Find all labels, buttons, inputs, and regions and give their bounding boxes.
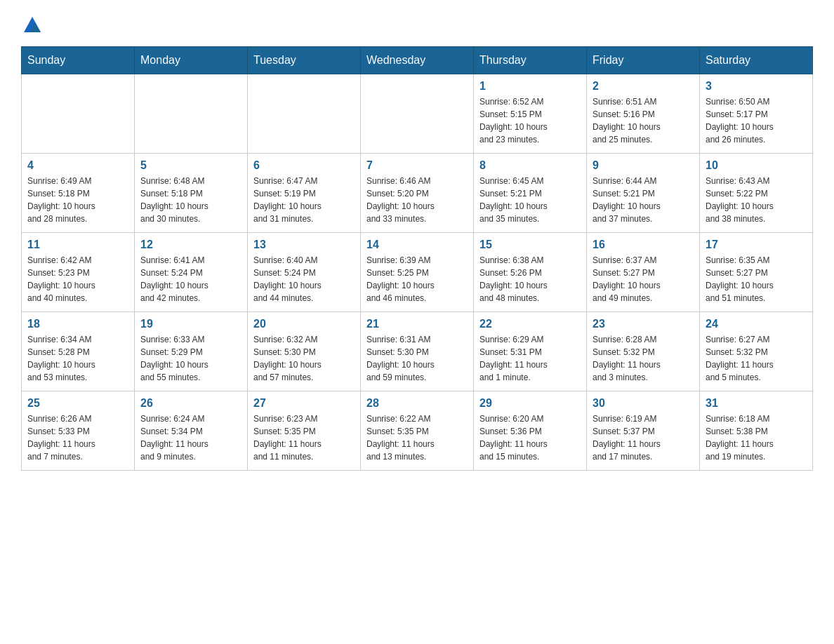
day-info: Sunrise: 6:47 AM Sunset: 5:19 PM Dayligh… (253, 175, 355, 225)
day-cell (248, 74, 361, 154)
day-cell: 4Sunrise: 6:49 AM Sunset: 5:18 PM Daylig… (22, 154, 135, 233)
day-number: 16 (593, 239, 694, 251)
day-info: Sunrise: 6:26 AM Sunset: 5:33 PM Dayligh… (27, 412, 128, 463)
day-info: Sunrise: 6:50 AM Sunset: 5:17 PM Dayligh… (706, 95, 807, 146)
day-cell: 22Sunrise: 6:29 AM Sunset: 5:31 PM Dayli… (474, 312, 587, 391)
day-info: Sunrise: 6:37 AM Sunset: 5:27 PM Dayligh… (593, 254, 694, 304)
day-cell: 3Sunrise: 6:50 AM Sunset: 5:17 PM Daylig… (700, 74, 813, 154)
day-cell: 14Sunrise: 6:39 AM Sunset: 5:25 PM Dayli… (361, 233, 474, 312)
day-info: Sunrise: 6:42 AM Sunset: 5:23 PM Dayligh… (27, 254, 128, 304)
weekday-header-wednesday: Wednesday (361, 47, 474, 74)
weekday-header-saturday: Saturday (700, 47, 813, 74)
day-number: 17 (706, 239, 807, 251)
day-cell: 16Sunrise: 6:37 AM Sunset: 5:27 PM Dayli… (587, 233, 700, 312)
day-cell: 13Sunrise: 6:40 AM Sunset: 5:24 PM Dayli… (248, 233, 361, 312)
day-info: Sunrise: 6:41 AM Sunset: 5:24 PM Dayligh… (140, 254, 241, 304)
day-info: Sunrise: 6:43 AM Sunset: 5:22 PM Dayligh… (706, 175, 807, 225)
day-info: Sunrise: 6:20 AM Sunset: 5:36 PM Dayligh… (479, 412, 581, 463)
day-cell: 30Sunrise: 6:19 AM Sunset: 5:37 PM Dayli… (587, 391, 700, 471)
day-info: Sunrise: 6:23 AM Sunset: 5:35 PM Dayligh… (253, 412, 355, 463)
day-number: 9 (593, 159, 694, 172)
day-cell: 2Sunrise: 6:51 AM Sunset: 5:16 PM Daylig… (587, 74, 700, 154)
weekday-header-monday: Monday (135, 47, 248, 74)
page-header (21, 14, 813, 34)
day-number: 22 (479, 318, 581, 330)
day-info: Sunrise: 6:45 AM Sunset: 5:21 PM Dayligh… (479, 175, 581, 225)
day-cell: 18Sunrise: 6:34 AM Sunset: 5:28 PM Dayli… (22, 312, 135, 391)
day-cell: 20Sunrise: 6:32 AM Sunset: 5:30 PM Dayli… (248, 312, 361, 391)
day-number: 8 (479, 159, 581, 172)
day-cell: 26Sunrise: 6:24 AM Sunset: 5:34 PM Dayli… (135, 391, 248, 471)
logo-icon (22, 14, 42, 34)
day-number: 11 (27, 239, 128, 251)
week-row-3: 11Sunrise: 6:42 AM Sunset: 5:23 PM Dayli… (22, 233, 813, 312)
day-cell: 5Sunrise: 6:48 AM Sunset: 5:18 PM Daylig… (135, 154, 248, 233)
day-cell: 27Sunrise: 6:23 AM Sunset: 5:35 PM Dayli… (248, 391, 361, 471)
day-cell: 31Sunrise: 6:18 AM Sunset: 5:38 PM Dayli… (700, 391, 813, 471)
day-info: Sunrise: 6:44 AM Sunset: 5:21 PM Dayligh… (593, 175, 694, 225)
day-cell: 9Sunrise: 6:44 AM Sunset: 5:21 PM Daylig… (587, 154, 700, 233)
day-info: Sunrise: 6:27 AM Sunset: 5:32 PM Dayligh… (706, 333, 807, 384)
day-number: 20 (253, 318, 355, 330)
day-info: Sunrise: 6:19 AM Sunset: 5:37 PM Dayligh… (593, 412, 694, 463)
day-info: Sunrise: 6:31 AM Sunset: 5:30 PM Dayligh… (366, 333, 468, 384)
day-cell: 10Sunrise: 6:43 AM Sunset: 5:22 PM Dayli… (700, 154, 813, 233)
day-number: 25 (27, 397, 128, 410)
day-number: 18 (27, 318, 128, 330)
day-info: Sunrise: 6:48 AM Sunset: 5:18 PM Dayligh… (140, 175, 241, 225)
day-info: Sunrise: 6:29 AM Sunset: 5:31 PM Dayligh… (479, 333, 581, 384)
day-info: Sunrise: 6:34 AM Sunset: 5:28 PM Dayligh… (27, 333, 128, 384)
day-info: Sunrise: 6:18 AM Sunset: 5:38 PM Dayligh… (706, 412, 807, 463)
day-info: Sunrise: 6:33 AM Sunset: 5:29 PM Dayligh… (140, 333, 241, 384)
day-cell: 11Sunrise: 6:42 AM Sunset: 5:23 PM Dayli… (22, 233, 135, 312)
weekday-header-thursday: Thursday (474, 47, 587, 74)
day-number: 3 (706, 80, 807, 93)
week-row-2: 4Sunrise: 6:49 AM Sunset: 5:18 PM Daylig… (22, 154, 813, 233)
day-number: 1 (479, 80, 581, 93)
day-number: 27 (253, 397, 355, 410)
weekday-header-tuesday: Tuesday (248, 47, 361, 74)
day-cell: 15Sunrise: 6:38 AM Sunset: 5:26 PM Dayli… (474, 233, 587, 312)
day-info: Sunrise: 6:40 AM Sunset: 5:24 PM Dayligh… (253, 254, 355, 304)
week-row-1: 1Sunrise: 6:52 AM Sunset: 5:15 PM Daylig… (22, 74, 813, 154)
day-cell: 28Sunrise: 6:22 AM Sunset: 5:35 PM Dayli… (361, 391, 474, 471)
day-cell: 23Sunrise: 6:28 AM Sunset: 5:32 PM Dayli… (587, 312, 700, 391)
day-number: 14 (366, 239, 468, 251)
day-number: 31 (706, 397, 807, 410)
day-info: Sunrise: 6:32 AM Sunset: 5:30 PM Dayligh… (253, 333, 355, 384)
day-number: 23 (593, 318, 694, 330)
logo (21, 14, 42, 34)
day-info: Sunrise: 6:35 AM Sunset: 5:27 PM Dayligh… (706, 254, 807, 304)
day-number: 15 (479, 239, 581, 251)
day-number: 10 (706, 159, 807, 172)
day-info: Sunrise: 6:46 AM Sunset: 5:20 PM Dayligh… (366, 175, 468, 225)
day-info: Sunrise: 6:22 AM Sunset: 5:35 PM Dayligh… (366, 412, 468, 463)
day-cell: 8Sunrise: 6:45 AM Sunset: 5:21 PM Daylig… (474, 154, 587, 233)
day-number: 6 (253, 159, 355, 172)
day-number: 5 (140, 159, 241, 172)
day-info: Sunrise: 6:49 AM Sunset: 5:18 PM Dayligh… (27, 175, 128, 225)
day-cell: 19Sunrise: 6:33 AM Sunset: 5:29 PM Dayli… (135, 312, 248, 391)
day-info: Sunrise: 6:51 AM Sunset: 5:16 PM Dayligh… (593, 95, 694, 146)
day-number: 2 (593, 80, 694, 93)
day-cell: 25Sunrise: 6:26 AM Sunset: 5:33 PM Dayli… (22, 391, 135, 471)
day-info: Sunrise: 6:39 AM Sunset: 5:25 PM Dayligh… (366, 254, 468, 304)
day-cell: 17Sunrise: 6:35 AM Sunset: 5:27 PM Dayli… (700, 233, 813, 312)
day-info: Sunrise: 6:52 AM Sunset: 5:15 PM Dayligh… (479, 95, 581, 146)
day-cell: 1Sunrise: 6:52 AM Sunset: 5:15 PM Daylig… (474, 74, 587, 154)
day-cell: 29Sunrise: 6:20 AM Sunset: 5:36 PM Dayli… (474, 391, 587, 471)
day-number: 28 (366, 397, 468, 410)
day-cell (22, 74, 135, 154)
day-cell (361, 74, 474, 154)
day-number: 7 (366, 159, 468, 172)
day-info: Sunrise: 6:28 AM Sunset: 5:32 PM Dayligh… (593, 333, 694, 384)
day-cell: 6Sunrise: 6:47 AM Sunset: 5:19 PM Daylig… (248, 154, 361, 233)
day-cell: 24Sunrise: 6:27 AM Sunset: 5:32 PM Dayli… (700, 312, 813, 391)
week-row-4: 18Sunrise: 6:34 AM Sunset: 5:28 PM Dayli… (22, 312, 813, 391)
day-cell: 7Sunrise: 6:46 AM Sunset: 5:20 PM Daylig… (361, 154, 474, 233)
day-number: 13 (253, 239, 355, 251)
day-cell: 21Sunrise: 6:31 AM Sunset: 5:30 PM Dayli… (361, 312, 474, 391)
day-cell (135, 74, 248, 154)
day-cell: 12Sunrise: 6:41 AM Sunset: 5:24 PM Dayli… (135, 233, 248, 312)
day-info: Sunrise: 6:38 AM Sunset: 5:26 PM Dayligh… (479, 254, 581, 304)
